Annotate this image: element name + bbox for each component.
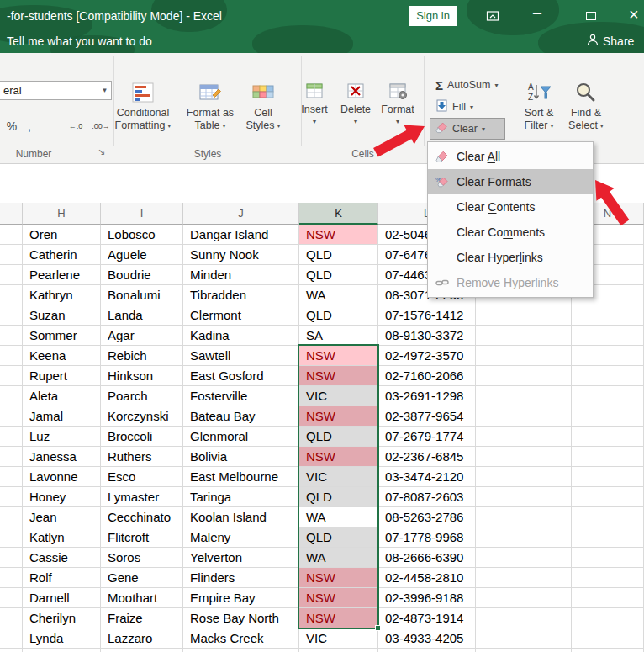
cell-empty[interactable] [0, 588, 23, 608]
cell-state[interactable]: NSW [299, 588, 378, 608]
cell-city[interactable]: Taringa [183, 487, 299, 507]
column-header-partial[interactable] [0, 203, 23, 225]
cell-phone[interactable]: 02-4972-3570 [378, 346, 476, 366]
cell-empty[interactable] [476, 305, 572, 326]
cell-state[interactable]: QLD [299, 427, 378, 447]
cell-state[interactable]: WA [299, 548, 378, 568]
cell-city[interactable]: Minden [183, 265, 299, 285]
cell-empty[interactable] [0, 305, 23, 326]
menu-item-clear-all[interactable]: Clear All [428, 144, 593, 169]
cell-state[interactable]: NSW [299, 447, 378, 467]
cell-empty[interactable] [572, 548, 644, 568]
cell-last[interactable]: Bonalumi [101, 285, 183, 305]
format-cells-button[interactable]: Format ▾ [378, 78, 417, 149]
cell-empty[interactable] [0, 548, 23, 568]
cell-first[interactable]: Keena [23, 346, 101, 366]
cell-city[interactable]: East Gosford [183, 366, 299, 386]
cell-empty[interactable] [476, 507, 572, 527]
cell-city[interactable]: Macks Creek [183, 628, 299, 649]
cell-state[interactable]: WA [299, 285, 378, 305]
cell-last[interactable]: Esco [101, 467, 183, 487]
cell-empty[interactable] [572, 507, 644, 527]
cell-empty[interactable] [0, 285, 23, 305]
cell-city[interactable]: Empire Bay [183, 588, 299, 608]
cell-empty[interactable] [476, 608, 572, 628]
cell-city[interactable]: Clermont [183, 305, 299, 326]
menu-item-clear-comments[interactable]: Clear Comments [428, 220, 593, 245]
cell-city[interactable]: Kadina [183, 326, 299, 346]
cell-empty[interactable] [0, 527, 23, 548]
minimize-button[interactable]: ─ [533, 7, 541, 20]
cell-state[interactable]: NSW [299, 608, 378, 628]
cell-phone[interactable]: 07-1576-1412 [378, 305, 476, 326]
cell-city[interactable]: Fosterville [183, 386, 299, 406]
cell-state[interactable]: NSW [299, 568, 378, 588]
cell-last[interactable]: Agar [101, 326, 183, 346]
cell-empty[interactable] [476, 386, 572, 406]
cell-empty[interactable] [476, 649, 572, 652]
cell-empty[interactable] [476, 467, 572, 487]
menu-item-clear-hyperlinks[interactable]: Clear Hyperlinks [428, 245, 593, 270]
cell-last[interactable]: Landa [101, 305, 183, 326]
sign-in-button[interactable]: Sign in [409, 6, 457, 26]
increase-decimal-button[interactable]: ←.0 [64, 117, 87, 135]
comma-style-button[interactable]: , [23, 117, 36, 135]
cell-city[interactable]: Dangar Island [183, 225, 299, 245]
cell-phone[interactable]: 02-4873-1914 [378, 608, 476, 628]
clear-button[interactable]: Clear ▾ [430, 119, 504, 139]
cell-first[interactable]: Cassie [23, 548, 101, 568]
cell-phone[interactable]: 07-2679-1774 [378, 427, 476, 447]
cell-city[interactable]: Bateau Bay [183, 406, 299, 427]
ribbon-display-options-icon[interactable] [486, 9, 499, 26]
format-as-table-button[interactable]: Format as Table▾ [177, 78, 243, 149]
cell-empty[interactable] [476, 346, 572, 366]
menu-item-clear-contents[interactable]: Clear Contents [428, 194, 593, 220]
column-header-J[interactable]: J [183, 203, 299, 225]
decrease-decimal-button[interactable]: .00→ [89, 117, 113, 135]
fill-button[interactable]: Fill ▾ [430, 97, 478, 117]
cell-state[interactable]: NSW [299, 406, 378, 427]
cell-empty[interactable] [476, 366, 572, 386]
cell-first[interactable]: Jamal [23, 406, 101, 427]
cell-state[interactable]: QLD [299, 527, 378, 548]
cell-empty[interactable] [572, 427, 644, 447]
cell-first[interactable]: Kathryn [23, 285, 101, 305]
cell-empty[interactable] [572, 447, 644, 467]
cell-first[interactable]: Catherin [23, 245, 101, 265]
cell-first[interactable]: Pearlene [23, 265, 101, 285]
cell-empty[interactable] [0, 386, 23, 406]
close-button[interactable]: × [629, 5, 639, 24]
cell-state[interactable]: QLD [299, 265, 378, 285]
cell-first[interactable]: Lavonne [23, 467, 101, 487]
cell-empty[interactable] [572, 326, 644, 346]
cell-state[interactable]: SA [299, 326, 378, 346]
cell-city[interactable]: Yelverton [183, 548, 299, 568]
cell-empty[interactable] [572, 568, 644, 588]
cell-state[interactable]: VIC [299, 386, 378, 406]
cell-empty[interactable] [572, 346, 644, 366]
cell-empty[interactable] [476, 326, 572, 346]
cell-empty[interactable] [0, 467, 23, 487]
cell-state[interactable]: WA [299, 507, 378, 527]
cell-empty[interactable] [0, 406, 23, 427]
chevron-down-icon[interactable]: ▾ [98, 82, 111, 99]
cell-first[interactable]: Aleta [23, 386, 101, 406]
cell-empty[interactable] [0, 628, 23, 649]
cell-empty[interactable] [572, 608, 644, 628]
cell-empty[interactable] [476, 487, 572, 507]
cell-empty[interactable] [476, 548, 572, 568]
cell-empty[interactable] [0, 265, 23, 285]
cell-empty[interactable] [0, 608, 23, 628]
find-select-button[interactable]: Find & Select▾ [563, 78, 609, 149]
cell-empty[interactable] [0, 245, 23, 265]
cell-first[interactable]: Cherilyn [23, 608, 101, 628]
cell-first[interactable]: Oren [23, 225, 101, 245]
cell-state[interactable]: VIC [299, 467, 378, 487]
cell-city[interactable]: Glenmoral [183, 427, 299, 447]
cell-empty[interactable] [476, 628, 572, 649]
cell-empty[interactable] [476, 588, 572, 608]
share-button[interactable]: Share [587, 34, 634, 48]
cell-empty[interactable] [572, 386, 644, 406]
cell-phone[interactable]: 02-2367-6845 [378, 447, 476, 467]
delete-cells-button[interactable]: Delete ▾ [336, 78, 375, 149]
